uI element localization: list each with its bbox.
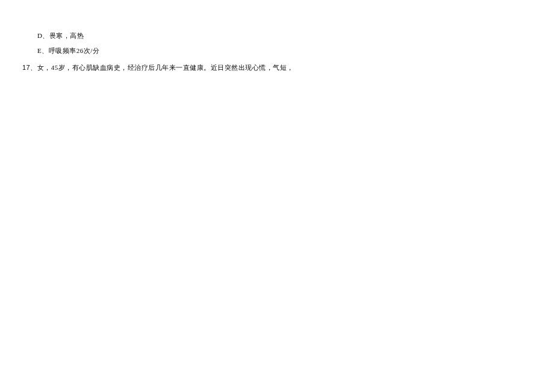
- option-d-text: D、畏寒，高热: [37, 32, 84, 39]
- option-e-text: E、呼吸频率26次/分: [37, 47, 99, 54]
- question-text: 、女，45岁，有心肌缺血病史，经治疗后几年来一直健康。近日突然出现心慌，气短，: [30, 64, 294, 71]
- question-17: 17、女，45岁，有心肌缺血病史，经治疗后几年来一直健康。近日突然出现心慌，气短…: [22, 63, 554, 72]
- option-e: E、呼吸频率26次/分: [37, 46, 554, 55]
- question-number: 17: [22, 64, 30, 71]
- option-d: D、畏寒，高热: [37, 31, 554, 40]
